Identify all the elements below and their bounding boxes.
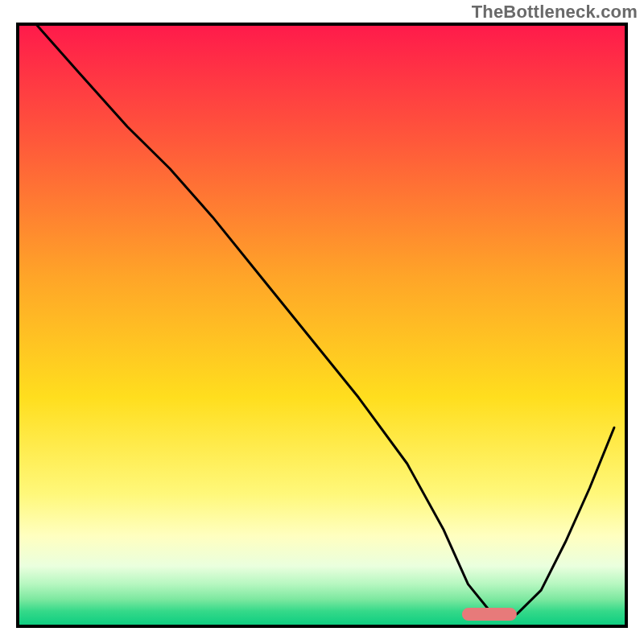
target-band (462, 608, 517, 621)
chart-container: TheBottleneck.com (0, 0, 644, 644)
bottleneck-chart (0, 0, 644, 644)
gradient-background (18, 24, 626, 626)
plot-area (18, 24, 626, 626)
